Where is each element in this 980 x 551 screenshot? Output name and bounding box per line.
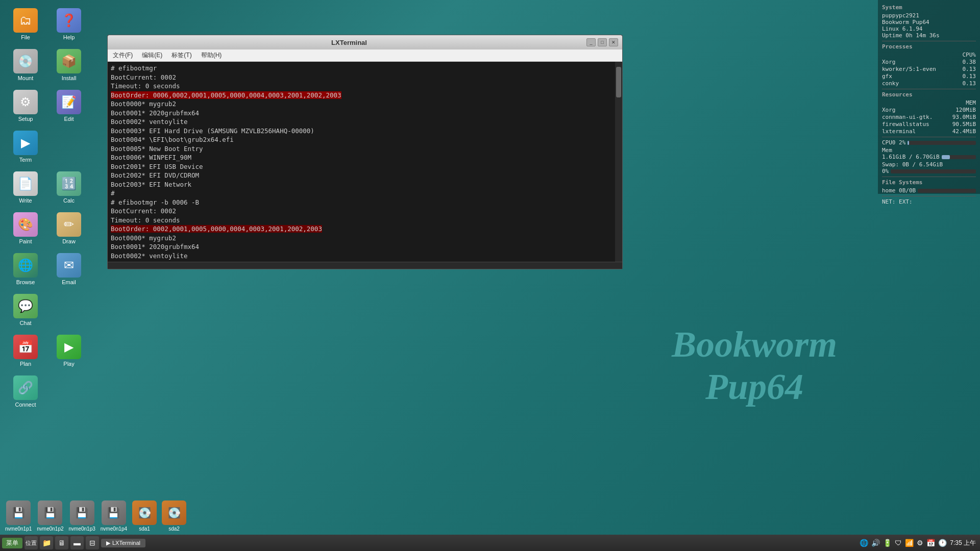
net-label: NET: EXT: [882,198,976,205]
terminal-menu-file[interactable]: 文件(F) [111,50,135,61]
browse-icon: 🌐 [13,253,38,278]
desktop-icon-term[interactable]: ▶ Term [5,128,46,166]
drive-icon-sda2[interactable]: 💽 sda2 [162,500,186,532]
drive-icon-sda1[interactable]: 💽 sda1 [132,500,157,532]
desktop-icon-plan[interactable]: 📅 Plan [5,332,46,370]
taskbar-volume-icon[interactable]: 🔊 [871,539,880,547]
lxterminal-mem: lxterminal 42.4MiB [882,128,976,135]
taskbar-location-button[interactable]: 位置 [24,536,38,549]
desktop-icon-edit[interactable]: 📝 Edit [48,87,89,125]
terminal-window: LXTerminal _ □ ✕ 文件(F) 编辑(E) 标签(T) 帮助(H)… [107,35,623,269]
scrollbar-thumb [616,67,621,97]
taskbar-right: 🌐 🔊 🔋 🛡 📶 ⚙ 📅 🕐 7:35 上午 [860,539,978,547]
term-icon: ▶ [13,131,38,155]
plan-icon: 📅 [13,335,38,359]
edit-icon: 📝 [57,90,81,114]
terminal-close-button[interactable]: ✕ [609,38,618,46]
swap-pct: 0% [882,168,889,174]
watermark-line2: Pup64 [672,366,837,408]
terminal-content[interactable]: # efibootmgr BootCurrent: 0002 Timeout: … [108,62,622,262]
mount-icon: 💿 [13,49,38,73]
desktop-icon-setup[interactable]: ⚙ Setup [5,87,46,125]
taskbar-shield-icon[interactable]: 🛡 [895,539,902,547]
taskbar-settings-icon[interactable]: ⚙ [917,539,923,547]
drive-icon-nvme0n1p4[interactable]: 💾 nvme0n1p4 [101,500,127,532]
taskbar-battery-icon[interactable]: 🔋 [883,539,892,547]
sda2-icon: 💽 [162,500,186,525]
terminal-scrollbar[interactable] [615,62,622,262]
terminal-text: # efibootmgr BootCurrent: 0002 Timeout: … [111,64,619,262]
taskbar-windows-button[interactable]: ⊟ [86,536,99,549]
fs-title: File Systems [882,179,976,186]
terminal-menu-tab[interactable]: 标签(T) [169,50,193,61]
nvme0n1p3-icon: 💾 [70,500,94,525]
desktop: Bookworm Pup64 🗂 File ❓ Help 💿 Mount 📦 I… [0,0,980,551]
cpu-header: CPU% [963,52,976,58]
mem-label: Mem [882,147,976,154]
desktop-icon-connect[interactable]: 🔗 Connect [5,372,46,411]
desktop-icon-mount[interactable]: 💿 Mount [5,46,46,84]
swap-label: Swap: 0B / 6.54GiB [882,161,976,168]
terminal-minimize-button[interactable]: _ [586,38,596,46]
terminal-bottombar [108,262,622,269]
desktop-icon-play[interactable]: ▶ Play [48,332,89,370]
process-gfx: gfx 0.13 [882,73,976,80]
desktop-icon-paint[interactable]: 🎨 Paint [5,209,46,247]
terminal-maximize-button[interactable]: □ [598,38,607,46]
desktop-icon-file[interactable]: 🗂 File [5,5,46,43]
hostname: puppypc2921 [882,12,976,19]
drive-icon-nvme0n1p3[interactable]: 💾 nvme0n1p3 [69,500,95,532]
taskbar-menu-button[interactable]: 菜单 [2,538,22,548]
taskbar-extra-button[interactable]: ▬ [70,536,84,549]
taskbar-calendar-icon[interactable]: 📅 [926,539,935,547]
desktop-icon-email[interactable]: ✉ Email [48,250,89,288]
taskbar-screenshot-button[interactable]: 🖥 [55,536,68,549]
nvme0n1p1-icon: 💾 [6,500,31,525]
taskbar-terminal-icon: ▶ [106,540,110,546]
cpu-bar-row: CPU0 2% [882,139,976,146]
desktop-icon-write[interactable]: 📄 Write [5,168,46,207]
swap-bar-row: 0% [882,168,976,174]
desktop-icon-calc[interactable]: 🔢 Calc [48,168,89,207]
desktop-icon-chat[interactable]: 💬 Chat [5,291,46,329]
file-icon: 🗂 [13,8,38,33]
xorg-mem: Xorg 120MiB [882,107,976,113]
play-icon: ▶ [57,335,81,359]
connect-icon: 🔗 [13,375,38,400]
terminal-titlebar: LXTerminal _ □ ✕ [108,35,622,49]
desktop-watermark: Bookworm Pup64 [672,323,837,408]
calc-icon: 🔢 [57,171,81,196]
home-fs-row: home 0B/0B [882,187,976,194]
taskbar-wifi-icon[interactable]: 📶 [905,539,914,547]
kernel-version: Linux 6.1.94 [882,26,976,32]
terminal-title: LXTerminal [112,39,586,46]
drive-icon-nvme0n1p2[interactable]: 💾 nvme0n1p2 [37,500,63,532]
nvme0n1p2-icon: 💾 [38,500,62,525]
drive-icon-nvme0n1p1[interactable]: 💾 nvme0n1p1 [5,500,32,532]
os-name: Bookworm Pup64 [882,19,976,26]
install-icon: 📦 [57,49,81,73]
taskbar-terminal-window[interactable]: ▶ LXTerminal [101,539,145,547]
mem-value: 1.61GiB / 6.70GiB [882,154,940,160]
firewall-mem: firewallstatus 90.5MiB [882,121,976,128]
location-label: 位置 [26,539,37,547]
sda1-icon: 💽 [132,500,157,525]
desktop-icon-draw[interactable]: ✏ Draw [48,209,89,247]
desktop-icon-help[interactable]: ❓ Help [48,5,89,43]
taskbar-window-label: LXTerminal [112,540,140,546]
help-icon: ❓ [57,8,81,33]
desktop-icon-browse[interactable]: 🌐 Browse [5,250,46,288]
mem-bar-row: 1.61GiB / 6.70GiB [882,154,976,160]
taskbar-network-icon[interactable]: 🌐 [860,539,868,547]
process-kworker: kworker/5:1-even 0.13 [882,66,976,72]
terminal-menu-edit[interactable]: 编辑(E) [140,50,164,61]
mem-header: MEM [966,99,976,106]
desktop-icon-install[interactable]: 📦 Install [48,46,89,84]
terminal-menu-help[interactable]: 帮助(H) [199,50,224,61]
terminal-menubar: 文件(F) 编辑(E) 标签(T) 帮助(H) [108,49,622,62]
process-conky: conky 0.13 [882,80,976,87]
taskbar-folder-button[interactable]: 📁 [40,536,53,549]
desktop-icons-left: 🗂 File ❓ Help 💿 Mount 📦 Install ⚙ Setup [0,0,94,416]
setup-icon: ⚙ [13,90,38,114]
taskbar-clock-icon: 🕐 [938,539,947,547]
